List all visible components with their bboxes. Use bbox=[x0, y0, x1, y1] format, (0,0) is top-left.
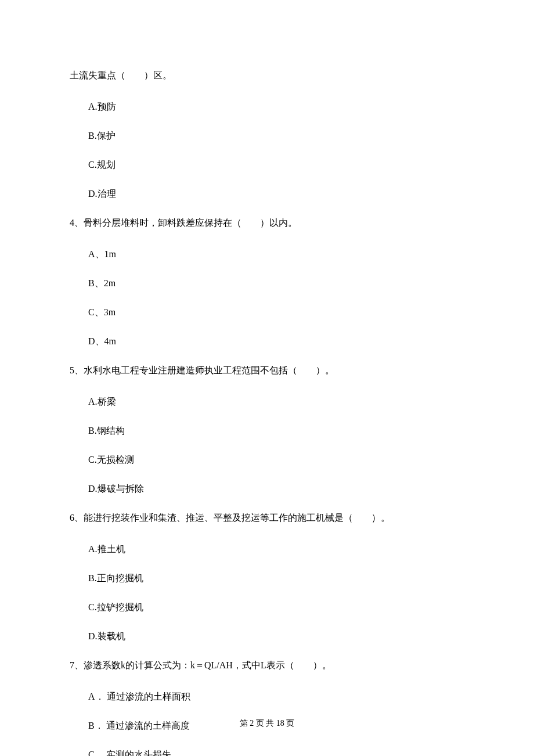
option-list: A.桥梁 B.钢结构 C.无损检测 D.爆破与拆除 bbox=[70, 395, 464, 496]
page-footer: 第 2 页 共 18 页 bbox=[0, 717, 534, 729]
option-a: A.预防 bbox=[88, 100, 464, 114]
option-b: B.钢结构 bbox=[88, 424, 464, 438]
option-d: D.装载机 bbox=[88, 629, 464, 643]
option-list: A.预防 B.保护 C.规划 D.治理 bbox=[70, 100, 464, 201]
option-a: A.桥梁 bbox=[88, 395, 464, 409]
option-c: C． 实测的水头损失 bbox=[88, 748, 464, 756]
option-a: A.推土机 bbox=[88, 542, 464, 556]
question-4: 4、骨料分层堆料时，卸料跌差应保持在（ ）以内。 A、1m B、2m C、3m … bbox=[70, 216, 464, 348]
question-text: 7、渗透系数k的计算公式为：k＝QL/AH，式中L表示（ ）。 bbox=[70, 658, 464, 672]
question-5: 5、水利水电工程专业注册建造师执业工程范围不包括（ ）。 A.桥梁 B.钢结构 … bbox=[70, 363, 464, 496]
option-list: A.推土机 B.正向挖掘机 C.拉铲挖掘机 D.装载机 bbox=[70, 542, 464, 643]
question-text: 土流失重点（ ）区。 bbox=[70, 69, 464, 82]
option-d: D.治理 bbox=[88, 187, 464, 201]
option-c: C.无损检测 bbox=[88, 453, 464, 467]
question-3-continuation: 土流失重点（ ）区。 A.预防 B.保护 C.规划 D.治理 bbox=[70, 69, 464, 201]
option-b: B、2m bbox=[88, 276, 464, 290]
option-b: B.保护 bbox=[88, 129, 464, 143]
option-c: C、3m bbox=[88, 305, 464, 319]
option-a: A、1m bbox=[88, 247, 464, 261]
question-text: 6、能进行挖装作业和集渣、推运、平整及挖运等工作的施工机械是（ ）。 bbox=[70, 511, 464, 525]
option-c: C.拉铲挖掘机 bbox=[88, 600, 464, 614]
option-c: C.规划 bbox=[88, 158, 464, 172]
question-7: 7、渗透系数k的计算公式为：k＝QL/AH，式中L表示（ ）。 A． 通过渗流的… bbox=[70, 658, 464, 756]
option-d: D、4m bbox=[88, 334, 464, 348]
question-text: 5、水利水电工程专业注册建造师执业工程范围不包括（ ）。 bbox=[70, 363, 464, 377]
page-body: 土流失重点（ ）区。 A.预防 B.保护 C.规划 D.治理 4、骨料分层堆料时… bbox=[0, 0, 534, 756]
question-6: 6、能进行挖装作业和集渣、推运、平整及挖运等工作的施工机械是（ ）。 A.推土机… bbox=[70, 511, 464, 643]
option-list: A、1m B、2m C、3m D、4m bbox=[70, 247, 464, 348]
option-b: B.正向挖掘机 bbox=[88, 571, 464, 585]
option-a: A． 通过渗流的土样面积 bbox=[88, 690, 464, 704]
question-text: 4、骨料分层堆料时，卸料跌差应保持在（ ）以内。 bbox=[70, 216, 464, 230]
option-d: D.爆破与拆除 bbox=[88, 482, 464, 496]
